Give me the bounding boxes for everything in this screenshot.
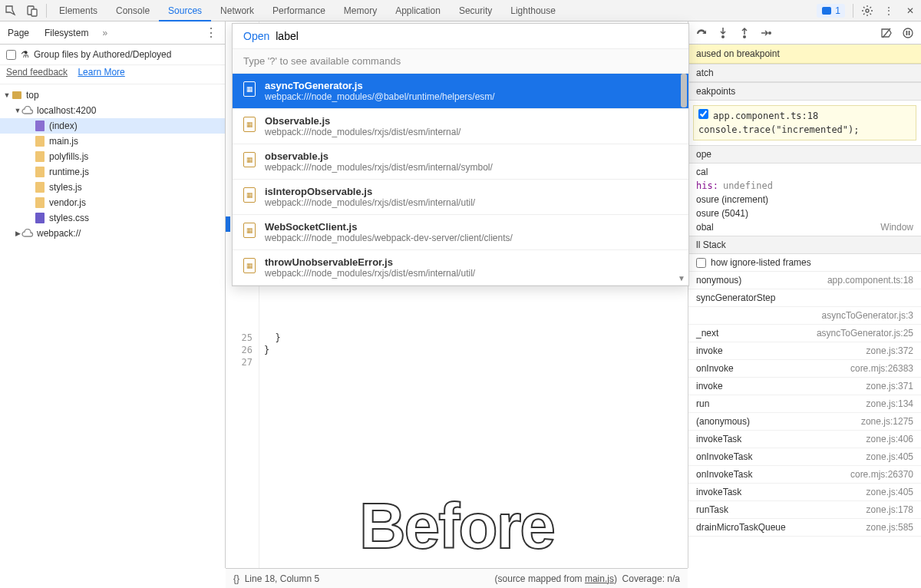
step-icon[interactable] xyxy=(758,25,774,41)
js-icon xyxy=(34,166,46,178)
deactivate-breakpoints-icon[interactable] xyxy=(878,25,895,41)
issues-badge[interactable]: 1 xyxy=(817,4,845,18)
stack-frame[interactable]: runTaskzone.js:178 xyxy=(688,501,921,519)
stack-frame[interactable]: drainMicroTaskQueuezone.js:585 xyxy=(688,519,921,537)
chevron-down-icon[interactable]: ▼ xyxy=(678,274,685,282)
breakpoints-section[interactable]: eakpoints xyxy=(688,82,921,101)
js-icon xyxy=(34,150,46,163)
scope-closure-1[interactable]: osure (increment) xyxy=(688,193,921,206)
step-out-icon[interactable] xyxy=(736,25,753,41)
open-file-item[interactable]: ▦isInteropObservable.jswebpack:///node_m… xyxy=(233,180,688,215)
stack-frame[interactable]: asyncToGenerator.js:3 xyxy=(688,307,921,325)
tree-node[interactable]: vendor.js xyxy=(0,195,225,210)
open-file-item[interactable]: ▦WebSocketClient.jswebpack:///node_modul… xyxy=(233,215,688,250)
tab-application[interactable]: Application xyxy=(386,0,450,21)
frame-location: core.mjs:26383 xyxy=(850,363,913,374)
result-path: webpack:///node_modules/rxjs/dist/esm/in… xyxy=(265,197,475,208)
tab-security[interactable]: Security xyxy=(450,0,501,21)
js-icon xyxy=(34,135,46,147)
open-file-item[interactable]: ▦Observable.jswebpack:///node_modules/rx… xyxy=(233,109,688,144)
tab-network[interactable]: Network xyxy=(211,0,263,21)
tree-node[interactable]: styles.js xyxy=(0,180,225,195)
frame-function: invokeTask xyxy=(696,434,741,444)
device-toggle-icon[interactable] xyxy=(21,0,43,21)
tree-label: styles.css xyxy=(49,213,89,223)
tree-node[interactable]: ▶webpack:// xyxy=(0,226,225,241)
open-label: Open xyxy=(243,30,269,42)
tab-memory[interactable]: Memory xyxy=(335,0,386,21)
scrollbar-thumb[interactable] xyxy=(681,74,687,107)
stack-frame[interactable]: invokeTaskzone.js:406 xyxy=(688,431,921,448)
doc-icon xyxy=(34,120,46,132)
stack-frame[interactable]: invokeTaskzone.js:405 xyxy=(688,484,921,501)
tree-node[interactable]: polyfills.js xyxy=(0,149,225,164)
scope-local[interactable]: cal xyxy=(688,165,921,179)
frame-location: asyncToGenerator.js:25 xyxy=(817,328,913,339)
stack-frame[interactable]: (anonymous)zone.js:1275 xyxy=(688,413,921,431)
settings-icon[interactable] xyxy=(857,0,878,21)
pause-exceptions-icon[interactable] xyxy=(900,25,916,41)
ignore-frames-checkbox[interactable] xyxy=(696,258,706,268)
step-over-icon-2[interactable] xyxy=(693,25,710,41)
tab-filesystem[interactable]: Filesystem xyxy=(37,21,96,45)
stack-frame[interactable]: onInvokeTaskcore.mjs:26370 xyxy=(688,466,921,484)
tree-node[interactable]: runtime.js xyxy=(0,164,225,180)
stack-frame[interactable]: invokezone.js:371 xyxy=(688,378,921,395)
before-watermark: Before xyxy=(359,489,554,563)
tabs-overflow-icon[interactable]: » xyxy=(96,28,114,38)
step-into-icon[interactable] xyxy=(715,25,731,41)
breakpoint-checkbox[interactable] xyxy=(698,109,708,119)
callstack-section[interactable]: ll Stack xyxy=(688,236,921,254)
more-icon[interactable]: ⋮ xyxy=(878,0,900,21)
stack-frame[interactable]: _nextasyncToGenerator.js:25 xyxy=(688,325,921,342)
tree-label: vendor.js xyxy=(49,197,86,208)
tree-node[interactable]: ▼top xyxy=(0,88,225,103)
result-title: isInteropObservable.js xyxy=(265,186,475,197)
stack-frame[interactable]: nonymous)app.component.ts:18 xyxy=(688,272,921,289)
stack-frame[interactable]: runzone.js:134 xyxy=(688,395,921,413)
stack-frame[interactable]: onInvokecore.mjs:26383 xyxy=(688,360,921,378)
devtools-tab-bar: ElementsConsoleSourcesNetworkPerformance… xyxy=(0,0,921,21)
navigator-more-icon[interactable]: ⋮ xyxy=(197,25,225,40)
inspect-icon[interactable] xyxy=(0,0,21,21)
frame-function: nonymous) xyxy=(696,275,741,286)
stack-frame[interactable]: invokezone.js:372 xyxy=(688,342,921,360)
open-file-item[interactable]: ▦asyncToGenerator.jswebpack:///node_modu… xyxy=(233,74,688,109)
ignore-frames-row[interactable]: how ignore-listed frames xyxy=(688,254,921,272)
breakpoint-entry[interactable]: app.component.ts:18 console.trace("incre… xyxy=(693,105,916,140)
tree-node[interactable]: styles.css xyxy=(0,210,225,226)
svg-rect-1 xyxy=(31,9,37,16)
tree-node[interactable]: ▼localhost:4200 xyxy=(0,103,225,118)
tab-console[interactable]: Console xyxy=(107,0,159,21)
close-icon[interactable]: ✕ xyxy=(900,0,921,21)
result-path: webpack:///node_modules/@babel/runtime/h… xyxy=(265,91,495,102)
frame-location: core.mjs:26370 xyxy=(850,469,913,480)
tab-lighthouse[interactable]: Lighthouse xyxy=(501,0,565,21)
frame-location: zone.js:1275 xyxy=(861,416,913,427)
scope-global[interactable]: obalWindow xyxy=(688,220,921,234)
learn-more-link[interactable]: Learn More xyxy=(78,67,124,78)
file-icon: ▦ xyxy=(243,223,256,238)
navigator-tabs: Page Filesystem » ⋮ xyxy=(0,21,225,45)
stack-frame[interactable]: syncGeneratorStep xyxy=(688,289,921,307)
pretty-print-icon[interactable]: {} xyxy=(233,573,239,584)
mapped-file-link[interactable]: main.js xyxy=(585,573,614,584)
tree-node[interactable]: main.js xyxy=(0,134,225,149)
open-file-item[interactable]: ▦observable.jswebpack:///node_modules/rx… xyxy=(233,144,688,180)
open-file-input[interactable] xyxy=(276,30,678,42)
watch-section[interactable]: atch xyxy=(688,64,921,82)
group-files-checkbox[interactable] xyxy=(6,50,16,60)
scope-section[interactable]: ope xyxy=(688,145,921,164)
open-file-item[interactable]: ▦throwUnobservableError.jswebpack:///nod… xyxy=(233,250,688,286)
file-icon: ▦ xyxy=(243,187,256,203)
stack-frame[interactable]: onInvokeTaskzone.js:405 xyxy=(688,448,921,466)
tab-performance[interactable]: Performance xyxy=(263,0,335,21)
send-feedback-link[interactable]: Send feedback xyxy=(6,67,68,78)
tab-sources[interactable]: Sources xyxy=(159,0,211,21)
tree-label: (index) xyxy=(49,121,78,131)
js-icon xyxy=(34,197,46,209)
tab-page[interactable]: Page xyxy=(0,21,37,45)
tab-elements[interactable]: Elements xyxy=(50,0,107,21)
scope-closure-2[interactable]: osure (5041) xyxy=(688,206,921,220)
tree-node[interactable]: (index) xyxy=(0,118,225,134)
